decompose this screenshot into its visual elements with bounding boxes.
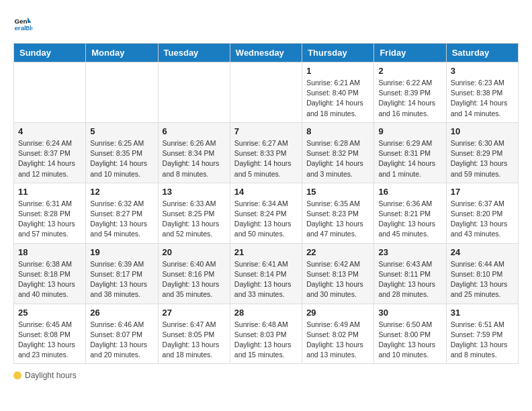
day-info: Sunrise: 6:26 AMSunset: 8:34 PMDaylight:… [163,138,226,179]
calendar-cell: 20Sunrise: 6:40 AMSunset: 8:16 PMDayligh… [158,243,230,304]
day-info: Sunrise: 6:46 AMSunset: 8:07 PMDaylight:… [90,320,153,361]
day-info: Sunrise: 6:44 AMSunset: 8:10 PMDaylight:… [451,259,514,300]
svg-text:eral: eral [14,24,26,32]
day-info: Sunrise: 6:35 AMSunset: 8:23 PMDaylight:… [306,199,369,240]
weekday-header-friday: Friday [374,44,446,62]
calendar-cell: 11Sunrise: 6:31 AMSunset: 8:28 PMDayligh… [14,183,86,243]
day-number: 31 [451,308,514,318]
day-info: Sunrise: 6:27 AMSunset: 8:33 PMDaylight:… [234,138,298,179]
day-number: 6 [163,126,226,136]
day-number: 4 [18,126,81,136]
logo-icon: Gen eral Blue [13,13,32,32]
calendar-cell: 16Sunrise: 6:36 AMSunset: 8:21 PMDayligh… [374,183,446,243]
day-info: Sunrise: 6:34 AMSunset: 8:24 PMDaylight:… [234,199,298,240]
day-info: Sunrise: 6:45 AMSunset: 8:08 PMDaylight:… [18,320,81,361]
calendar-cell: 21Sunrise: 6:41 AMSunset: 8:14 PMDayligh… [230,243,302,304]
day-info: Sunrise: 6:31 AMSunset: 8:28 PMDaylight:… [18,199,81,240]
day-number: 7 [234,126,298,136]
day-info: Sunrise: 6:23 AMSunset: 8:38 PMDaylight:… [451,78,514,119]
calendar-week-row: 1Sunrise: 6:21 AMSunset: 8:40 PMDaylight… [14,62,519,123]
legend-item-daylight: Daylight hours [13,371,77,380]
calendar-cell: 27Sunrise: 6:47 AMSunset: 8:05 PMDayligh… [158,304,230,364]
day-info: Sunrise: 6:32 AMSunset: 8:27 PMDaylight:… [90,199,153,240]
day-info: Sunrise: 6:30 AMSunset: 8:29 PMDaylight:… [451,138,514,179]
weekday-header-tuesday: Tuesday [158,44,230,62]
calendar-cell: 23Sunrise: 6:43 AMSunset: 8:11 PMDayligh… [374,243,446,304]
day-number: 11 [18,187,81,197]
calendar-cell [14,62,86,123]
day-number: 27 [163,308,226,318]
calendar-cell: 6Sunrise: 6:26 AMSunset: 8:34 PMDaylight… [158,122,230,183]
day-number: 22 [306,247,369,257]
calendar-cell: 18Sunrise: 6:38 AMSunset: 8:18 PMDayligh… [14,243,86,304]
day-number: 28 [234,308,298,318]
logo: Gen eral Blue [13,13,35,32]
calendar-cell: 3Sunrise: 6:23 AMSunset: 8:38 PMDaylight… [446,62,518,123]
calendar-cell: 7Sunrise: 6:27 AMSunset: 8:33 PMDaylight… [230,122,302,183]
day-info: Sunrise: 6:21 AMSunset: 8:40 PMDaylight:… [306,78,369,119]
day-info: Sunrise: 6:51 AMSunset: 7:59 PMDaylight:… [451,320,514,361]
day-number: 26 [90,308,153,318]
calendar-cell: 4Sunrise: 6:24 AMSunset: 8:37 PMDaylight… [14,122,86,183]
calendar-cell: 15Sunrise: 6:35 AMSunset: 8:23 PMDayligh… [302,183,374,243]
calendar-week-row: 18Sunrise: 6:38 AMSunset: 8:18 PMDayligh… [14,243,519,304]
day-number: 16 [378,187,441,197]
day-info: Sunrise: 6:48 AMSunset: 8:03 PMDaylight:… [234,320,298,361]
calendar-cell: 10Sunrise: 6:30 AMSunset: 8:29 PMDayligh… [446,122,518,183]
day-info: Sunrise: 6:37 AMSunset: 8:20 PMDaylight:… [451,199,514,240]
day-number: 2 [378,66,441,76]
calendar-cell: 22Sunrise: 6:42 AMSunset: 8:13 PMDayligh… [302,243,374,304]
legend-dot-daylight [13,371,21,379]
calendar-cell: 26Sunrise: 6:46 AMSunset: 8:07 PMDayligh… [86,304,158,364]
calendar-header-row: SundayMondayTuesdayWednesdayThursdayFrid… [14,44,519,62]
page-header: Gen eral Blue [13,13,519,32]
day-number: 24 [451,247,514,257]
calendar-table: SundayMondayTuesdayWednesdayThursdayFrid… [13,43,519,364]
calendar-cell [86,62,158,123]
day-number: 17 [451,187,514,197]
weekday-header-monday: Monday [86,44,158,62]
day-info: Sunrise: 6:28 AMSunset: 8:32 PMDaylight:… [306,138,369,179]
calendar-cell: 1Sunrise: 6:21 AMSunset: 8:40 PMDaylight… [302,62,374,123]
day-info: Sunrise: 6:22 AMSunset: 8:39 PMDaylight:… [378,78,441,119]
svg-marker-2 [28,17,32,23]
day-info: Sunrise: 6:47 AMSunset: 8:05 PMDaylight:… [163,320,226,361]
calendar-cell: 31Sunrise: 6:51 AMSunset: 7:59 PMDayligh… [446,304,518,364]
day-number: 3 [451,66,514,76]
day-number: 12 [90,187,153,197]
day-number: 10 [451,126,514,136]
calendar-cell [230,62,302,123]
calendar-cell: 13Sunrise: 6:33 AMSunset: 8:25 PMDayligh… [158,183,230,243]
calendar-cell: 2Sunrise: 6:22 AMSunset: 8:39 PMDaylight… [374,62,446,123]
weekday-header-wednesday: Wednesday [230,44,302,62]
day-number: 8 [306,126,369,136]
calendar-week-row: 4Sunrise: 6:24 AMSunset: 8:37 PMDaylight… [14,122,519,183]
calendar-week-row: 11Sunrise: 6:31 AMSunset: 8:28 PMDayligh… [14,183,519,243]
day-info: Sunrise: 6:24 AMSunset: 8:37 PMDaylight:… [18,138,81,179]
day-info: Sunrise: 6:42 AMSunset: 8:13 PMDaylight:… [306,259,369,300]
day-number: 13 [163,187,226,197]
day-number: 5 [90,126,153,136]
calendar-cell: 28Sunrise: 6:48 AMSunset: 8:03 PMDayligh… [230,304,302,364]
day-number: 21 [234,247,298,257]
svg-text:Blue: Blue [26,25,32,32]
day-number: 9 [378,126,441,136]
calendar-cell [158,62,230,123]
day-info: Sunrise: 6:25 AMSunset: 8:35 PMDaylight:… [90,138,153,179]
day-number: 18 [18,247,81,257]
day-info: Sunrise: 6:40 AMSunset: 8:16 PMDaylight:… [163,259,226,300]
weekday-header-thursday: Thursday [302,44,374,62]
calendar-cell: 9Sunrise: 6:29 AMSunset: 8:31 PMDaylight… [374,122,446,183]
day-number: 29 [306,308,369,318]
legend-label-daylight: Daylight hours [25,371,77,380]
calendar-cell: 8Sunrise: 6:28 AMSunset: 8:32 PMDaylight… [302,122,374,183]
weekday-header-sunday: Sunday [14,44,86,62]
day-info: Sunrise: 6:41 AMSunset: 8:14 PMDaylight:… [234,259,298,300]
day-info: Sunrise: 6:49 AMSunset: 8:02 PMDaylight:… [306,320,369,361]
calendar-week-row: 25Sunrise: 6:45 AMSunset: 8:08 PMDayligh… [14,304,519,364]
calendar-cell: 19Sunrise: 6:39 AMSunset: 8:17 PMDayligh… [86,243,158,304]
legend: Daylight hours [13,371,519,380]
day-info: Sunrise: 6:38 AMSunset: 8:18 PMDaylight:… [18,259,81,300]
day-number: 14 [234,187,298,197]
calendar-cell: 24Sunrise: 6:44 AMSunset: 8:10 PMDayligh… [446,243,518,304]
